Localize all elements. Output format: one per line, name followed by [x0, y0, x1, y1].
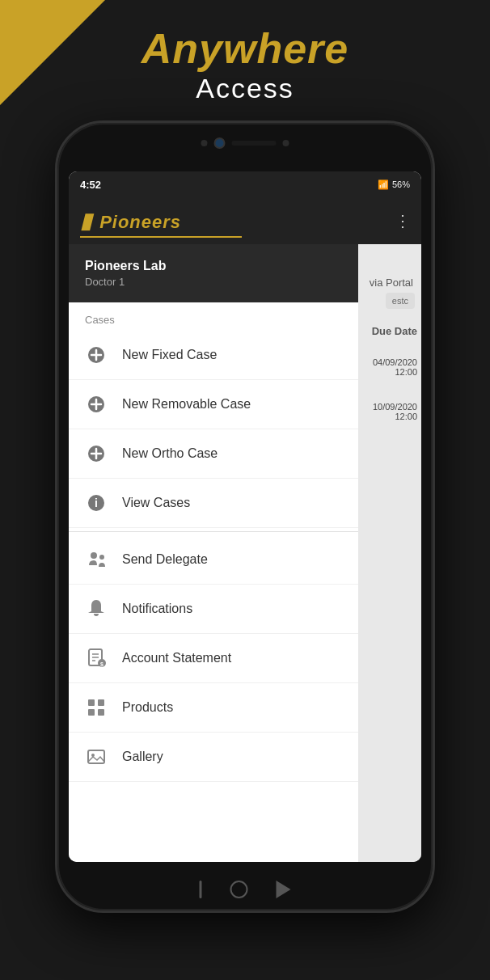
lab-name: Pioneers Lab [85, 259, 342, 273]
plus-icon-ortho [85, 442, 108, 465]
logo-underline [80, 236, 242, 238]
label-products: Products [122, 700, 173, 715]
svg-text:i: i [95, 496, 98, 509]
phone-nav-bar [200, 881, 291, 898]
svg-rect-23 [88, 750, 104, 763]
info-icon: i [85, 492, 108, 514]
drawer-divider [69, 531, 358, 532]
side-button-volume-down [55, 317, 57, 370]
svg-rect-21 [88, 709, 95, 716]
menu-item-new-removable-case[interactable]: New Removable Case [69, 380, 358, 429]
battery-text: 56% [392, 180, 410, 189]
gallery-icon [85, 746, 108, 768]
statement-icon: $ [85, 647, 108, 670]
menu-item-products[interactable]: Products [69, 683, 358, 733]
status-time: 4:52 [80, 179, 101, 191]
header-area: Anywhere Access [142, 24, 349, 104]
menu-dots-button[interactable]: ⋮ [395, 211, 410, 230]
menu-item-gallery[interactable]: Gallery [69, 733, 358, 782]
svg-rect-20 [98, 699, 104, 706]
portal-text: via Portal [370, 277, 413, 289]
headline: Anywhere [142, 24, 349, 73]
menu-item-send-delegate[interactable]: Send Delegate [69, 535, 358, 585]
svg-text:$: $ [100, 661, 103, 668]
status-bar: 4:52 📶 56% [69, 171, 421, 197]
plus-icon-fixed [85, 344, 108, 366]
date-entry-1: 04/09/2020 12:00 [373, 357, 417, 377]
grid-icon [85, 696, 108, 719]
app-toolbar: ▮ Pioneers ⋮ [69, 197, 421, 244]
side-button-power [433, 309, 435, 382]
label-new-removable-case: New Removable Case [122, 397, 251, 412]
speaker-grille [232, 141, 277, 146]
status-icons: 📶 56% [378, 180, 410, 190]
label-gallery: Gallery [122, 750, 163, 764]
subheadline: Access [142, 73, 349, 104]
due-date-header: Due Date [372, 325, 417, 337]
phone-screen: 4:52 📶 56% ▮ Pioneers ⋮ [69, 171, 421, 862]
menu-item-view-cases[interactable]: i View Cases [69, 479, 358, 528]
section-cases-label: Cases [69, 302, 358, 331]
doctor-name: Doctor 1 [85, 276, 342, 288]
label-notifications: Notifications [122, 602, 192, 616]
camera-dot [201, 140, 208, 146]
navigation-drawer: Pioneers Lab Doctor 1 Cases [69, 244, 358, 862]
menu-item-notifications[interactable]: Notifications [69, 585, 358, 634]
phone-top-bar [201, 137, 289, 149]
nav-recents-button[interactable] [277, 881, 291, 898]
bell-icon [85, 598, 108, 620]
date-entry-2: 10/09/2020 12:00 [373, 402, 417, 421]
phone-shell: 4:52 📶 56% ▮ Pioneers ⋮ [55, 120, 435, 913]
label-new-ortho-case: New Ortho Case [122, 446, 218, 461]
network-icon: 📶 [378, 180, 389, 190]
menu-item-account-statement[interactable]: $ Account Statement [69, 634, 358, 683]
phone-mockup: 4:52 📶 56% ▮ Pioneers ⋮ [55, 120, 435, 913]
menu-item-new-fixed-case[interactable]: New Fixed Case [69, 331, 358, 380]
badge-text: estc [386, 293, 415, 309]
svg-rect-19 [88, 699, 95, 706]
label-view-cases: View Cases [122, 496, 190, 510]
nav-home-button[interactable] [230, 881, 248, 898]
sensor-dot [283, 140, 289, 146]
front-camera [214, 137, 226, 149]
corner-ribbon [0, 0, 105, 105]
app-logo: ▮ Pioneers [80, 209, 181, 234]
delegate-icon [85, 548, 108, 571]
side-button-volume-up [55, 268, 57, 305]
nav-back-button[interactable] [200, 881, 202, 898]
drawer-container: Pioneers Lab Doctor 1 Cases [69, 244, 421, 862]
label-account-statement: Account Statement [122, 651, 231, 665]
svg-rect-22 [98, 709, 104, 716]
label-new-fixed-case: New Fixed Case [122, 348, 217, 362]
svg-point-12 [99, 555, 104, 560]
menu-item-new-ortho-case[interactable]: New Ortho Case [69, 429, 358, 479]
plus-icon-removable [85, 393, 108, 416]
main-content-behind: via Portal estc Due Date 04/09/2020 12:0… [358, 244, 421, 862]
svg-point-11 [91, 552, 97, 559]
drawer-header: Pioneers Lab Doctor 1 [69, 244, 358, 302]
label-send-delegate: Send Delegate [122, 552, 208, 567]
